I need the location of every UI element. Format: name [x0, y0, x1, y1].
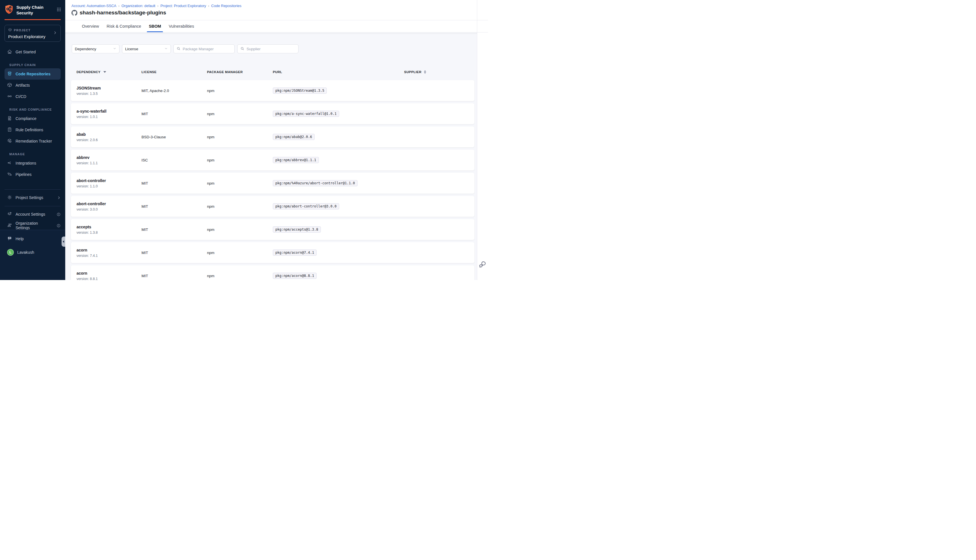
table-row[interactable]: acorn version: 7.4.1 MIT npm pkg:npm/aco… — [71, 242, 474, 263]
sidebar-item-project-settings[interactable]: Project Settings — [0, 192, 65, 203]
sidebar-item-pipelines[interactable]: Pipelines — [0, 169, 65, 180]
purl-chip[interactable]: pkg:npm/acorn@8.8.1 — [273, 273, 317, 279]
sidebar-item-remediation-tracker[interactable]: Remediation Tracker — [0, 135, 65, 147]
page-header: Account: Automation-SSCA › Organization:… — [65, 0, 488, 20]
section-risk-compliance: RISK AND COMPLIANCE — [9, 108, 61, 111]
sidebar-item-label: Artifacts — [15, 83, 30, 88]
dependency-version: version: 3.0.0 — [77, 207, 98, 212]
dependency-cell: acorn version: 7.4.1 — [77, 242, 98, 263]
sidebar-item-cicd[interactable]: CI/CD — [0, 91, 65, 102]
table-row[interactable]: abab version: 2.0.6 BSD-3-Clause npm pkg… — [71, 127, 474, 147]
project-selector[interactable]: PROJECT Product Exploratory — [5, 25, 61, 42]
package-manager-cell: npm — [207, 173, 214, 193]
dependency-name: JSONStream — [77, 86, 101, 90]
user-name: Lavakush — [17, 250, 34, 255]
breadcrumb-organization-link[interactable]: Organization: default — [122, 4, 155, 8]
package-manager-cell: npm — [207, 265, 214, 280]
tab-overview[interactable]: Overview — [82, 20, 99, 32]
app-window: Supply Chain Security PROJECT — [0, 0, 488, 280]
document-search-icon — [7, 116, 12, 122]
dependency-version: version: 1.0.1 — [77, 115, 98, 119]
dependency-name: accepts — [77, 225, 91, 229]
sidebar-item-account-settings[interactable]: Account Settings — [0, 208, 65, 220]
chevron-right-icon — [53, 31, 57, 36]
sidebar-item-integrations[interactable]: Integrations — [0, 158, 65, 169]
table-row[interactable]: abbrev version: 1.1.1 ISC npm pkg:npm/ab… — [71, 150, 474, 170]
table-row[interactable]: acorn version: 8.8.1 MIT npm pkg:npm/aco… — [71, 265, 474, 280]
sidebar-item-label: Get Started — [15, 50, 36, 54]
license-cell: MIT — [142, 219, 148, 240]
breadcrumb-code-repositories-link[interactable]: Code Repositories — [211, 4, 242, 8]
logo-row: Supply Chain Security — [0, 0, 65, 16]
tab-risk-compliance[interactable]: Risk & Compliance — [107, 20, 141, 32]
package-manager-cell: npm — [207, 150, 214, 170]
module-grid-icon[interactable] — [57, 7, 61, 13]
purl-chip[interactable]: pkg:npm/abbrev@1.1.1 — [273, 157, 319, 163]
sidebar-item-label: Code Repositories — [15, 72, 50, 76]
supply-chain-security-logo-icon — [5, 5, 13, 16]
purl-chip[interactable]: pkg:npm/abab@2.0.6 — [273, 134, 315, 140]
dependency-cell: abort-controller version: 3.0.0 — [77, 196, 106, 217]
sidebar-item-artifacts[interactable]: Artifacts — [0, 80, 65, 91]
sidebar-item-compliance[interactable]: Compliance — [0, 113, 65, 124]
sidebar-item-help[interactable]: ? Help — [0, 233, 65, 245]
dependency-version: version: 8.8.1 — [77, 277, 98, 280]
dependency-name: acorn — [77, 271, 87, 275]
sbom-content: Dependency License — [65, 33, 477, 280]
license-cell: MIT, Apache-2.0 — [142, 80, 169, 101]
sidebar-nav: Get Started SUPPLY CHAIN Code Repositori… — [0, 46, 65, 231]
purl-chip[interactable]: pkg:npm/acorn@7.4.1 — [273, 250, 317, 256]
table-row[interactable]: a-sync-waterfall version: 1.0.1 MIT npm … — [71, 103, 474, 124]
sidebar: Supply Chain Security PROJECT — [0, 0, 65, 280]
project-cube-icon — [8, 28, 12, 33]
help-chat-icon: ? — [7, 236, 12, 242]
sidebar-item-organization-settings[interactable]: Organization Settings — [0, 220, 65, 231]
breadcrumb-account-link[interactable]: Account: Automation-SSCA — [72, 4, 116, 8]
sidebar-item-label: Remediation Tracker — [15, 139, 52, 143]
chevron-right-icon — [57, 196, 61, 200]
user-menu[interactable]: L Lavakush — [0, 247, 65, 258]
package-manager-cell: npm — [207, 80, 214, 101]
section-supply-chain: SUPPLY CHAIN — [9, 63, 61, 67]
package-manager-cell: npm — [207, 103, 214, 124]
layers-gear-icon — [7, 212, 12, 217]
dependency-version: version: 2.0.6 — [77, 138, 98, 142]
purl-chip[interactable]: pkg:npm/abort-controller@3.0.0 — [273, 203, 339, 210]
sidebar-collapse-handle[interactable] — [62, 237, 65, 247]
table-row[interactable]: accepts version: 1.3.8 MIT npm pkg:npm/a… — [71, 219, 474, 240]
breadcrumb-separator: › — [118, 4, 120, 8]
package-manager-cell: npm — [207, 219, 214, 240]
dependency-cell: acorn version: 8.8.1 — [77, 265, 98, 280]
dependency-cell: JSONStream version: 1.3.5 — [77, 80, 101, 101]
purl-cell: pkg:npm/accepts@1.3.8 — [273, 219, 321, 240]
purl-chip[interactable]: pkg:npm/a-sync-waterfall@1.0.1 — [273, 111, 339, 117]
sidebar-item-label: CI/CD — [15, 94, 26, 99]
purl-chip[interactable]: pkg:npm/JSONStream@1.3.5 — [273, 88, 327, 94]
info-icon[interactable] — [57, 223, 61, 228]
project-name: Product Exploratory — [8, 34, 45, 39]
sidebar-item-code-repositories[interactable]: Code Repositories — [5, 68, 61, 80]
dependency-cell: accepts version: 1.3.8 — [77, 219, 98, 240]
sidebar-item-get-started[interactable]: Get Started — [0, 46, 65, 58]
package-manager-cell: npm — [207, 242, 214, 263]
table-row[interactable]: abort-controller version: 3.0.0 MIT npm … — [71, 196, 474, 217]
table-row[interactable]: JSONStream version: 1.3.5 MIT, Apache-2.… — [71, 80, 474, 101]
purl-chip[interactable]: pkg:npm/accepts@1.3.8 — [273, 227, 321, 233]
license-cell: MIT — [142, 196, 148, 217]
tab-sbom[interactable]: SBOM — [149, 20, 161, 32]
license-cell: BSD-3-Clause — [142, 127, 166, 147]
chat-widget-icon[interactable] — [479, 261, 486, 269]
sidebar-item-label: Project Settings — [15, 195, 43, 200]
dependency-version: version: 1.1.0 — [77, 184, 98, 188]
tab-vulnerabilities[interactable]: Vulnerabilities — [169, 20, 194, 32]
purl-chip[interactable]: pkg:npm/%40azure/abort-controller@1.1.0 — [273, 180, 357, 186]
breadcrumb-project-link[interactable]: Project: Product Exploratory — [160, 4, 206, 8]
sidebar-item-label: Rule Definitions — [15, 128, 43, 132]
license-cell: MIT — [142, 265, 148, 280]
artifacts-cube-icon — [7, 82, 12, 88]
sidebar-item-rule-definitions[interactable]: Rule Definitions — [0, 124, 65, 135]
table-row[interactable]: abort-controller version: 1.1.0 MIT npm … — [71, 173, 474, 193]
license-cell: MIT — [142, 242, 148, 263]
divider — [5, 189, 61, 190]
info-icon[interactable] — [57, 212, 61, 217]
